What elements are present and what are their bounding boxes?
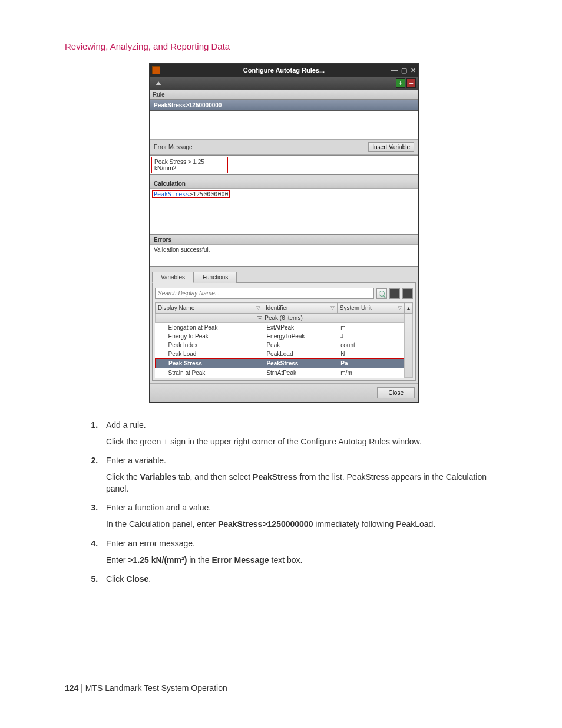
- variables-panel: Display Name▽ Identifier▽ System Unit▽ ▴…: [152, 282, 416, 381]
- minimize-icon[interactable]: —: [391, 67, 398, 74]
- col-display-name[interactable]: Display Name▽: [156, 303, 263, 314]
- maximize-icon[interactable]: ▢: [401, 67, 407, 74]
- search-input[interactable]: [155, 288, 374, 299]
- rule-row-selected[interactable]: PeakStress>1250000000: [150, 100, 418, 111]
- instruction-step: Enter a variable.Click the Variables tab…: [100, 456, 503, 495]
- autotag-dialog: Configure Autotag Rules... — ▢ ✕ + − Rul…: [149, 63, 419, 403]
- page-footer: 124 | MTS Landmark Test System Operation: [65, 683, 227, 693]
- page-number: 124: [65, 683, 78, 693]
- error-message-input[interactable]: Peak Stress > 1.25 kN/mm2|: [151, 157, 228, 173]
- col-system-unit[interactable]: System Unit▽: [337, 303, 404, 314]
- errors-panel: Validation successful.: [150, 245, 418, 267]
- calc-keyword: PeakStress: [154, 191, 189, 197]
- collapse-all-button[interactable]: [402, 288, 413, 299]
- error-message-label: Error Message: [154, 144, 193, 150]
- dialog-titlebar: Configure Autotag Rules... — ▢ ✕: [150, 64, 418, 77]
- dialog-toolbar: + −: [150, 77, 418, 90]
- variables-table: Display Name▽ Identifier▽ System Unit▽ ▴…: [155, 302, 413, 378]
- table-row[interactable]: Peak IndexPeakcount: [156, 341, 413, 350]
- filter-icon[interactable]: ▽: [256, 305, 260, 311]
- delete-rule-button[interactable]: −: [406, 78, 416, 88]
- filter-icon[interactable]: ▽: [330, 305, 335, 311]
- tab-variables[interactable]: Variables: [152, 272, 194, 283]
- section-title: Reviewing, Analyzing, and Reporting Data: [65, 41, 503, 51]
- error-message-textbox[interactable]: Peak Stress > 1.25 kN/mm2|: [150, 155, 418, 175]
- errors-header: Errors: [150, 235, 418, 245]
- search-button[interactable]: [376, 288, 387, 299]
- close-icon[interactable]: ✕: [411, 67, 416, 74]
- scrollbar[interactable]: [405, 314, 413, 378]
- search-icon: [379, 291, 385, 297]
- calculation-editor[interactable]: PeakStress>1250000000: [150, 189, 418, 235]
- table-row[interactable]: Elongation at PeakExtAtPeakm: [156, 323, 413, 332]
- dialog-title: Configure Autotag Rules...: [243, 67, 325, 74]
- collapse-up-icon[interactable]: [156, 81, 161, 85]
- error-message-row: Error Message Insert Variable: [150, 139, 418, 155]
- instruction-step: Enter a function and a value.In the Calc…: [100, 503, 503, 530]
- calc-rest: >1250000000: [189, 191, 228, 197]
- add-rule-button[interactable]: +: [396, 78, 405, 88]
- calculation-header: Calculation: [150, 179, 418, 189]
- instruction-step: Click Close.: [100, 574, 503, 584]
- rule-list-empty[interactable]: [150, 111, 418, 139]
- close-button[interactable]: Close: [377, 387, 415, 398]
- instruction-step: Enter an error message.Enter >1.25 kN/(m…: [100, 539, 503, 566]
- table-row[interactable]: Energy to PeakEnergyToPeakJ: [156, 332, 413, 341]
- rule-header: Rule: [150, 90, 418, 100]
- table-row[interactable]: Strain at PeakStrnAtPeakm/m: [156, 368, 413, 378]
- scroll-up-button[interactable]: ▴: [405, 303, 413, 314]
- app-icon: [152, 66, 160, 74]
- instructions-list: Add a rule.Click the green + sign in the…: [100, 420, 503, 584]
- table-row[interactable]: Peak StressPeakStressPa: [156, 359, 413, 368]
- instruction-step: Add a rule.Click the green + sign in the…: [100, 420, 503, 447]
- filter-icon[interactable]: ▽: [398, 305, 402, 311]
- col-identifier[interactable]: Identifier▽: [263, 303, 337, 314]
- group-row[interactable]: −Peak (6 items): [156, 314, 405, 323]
- insert-variable-button[interactable]: Insert Variable: [368, 142, 414, 152]
- table-row[interactable]: Peak LoadPeakLoadN: [156, 350, 413, 359]
- expand-all-button[interactable]: [389, 288, 400, 299]
- doc-title: MTS Landmark Test System Operation: [85, 683, 227, 693]
- tab-functions[interactable]: Functions: [194, 272, 237, 283]
